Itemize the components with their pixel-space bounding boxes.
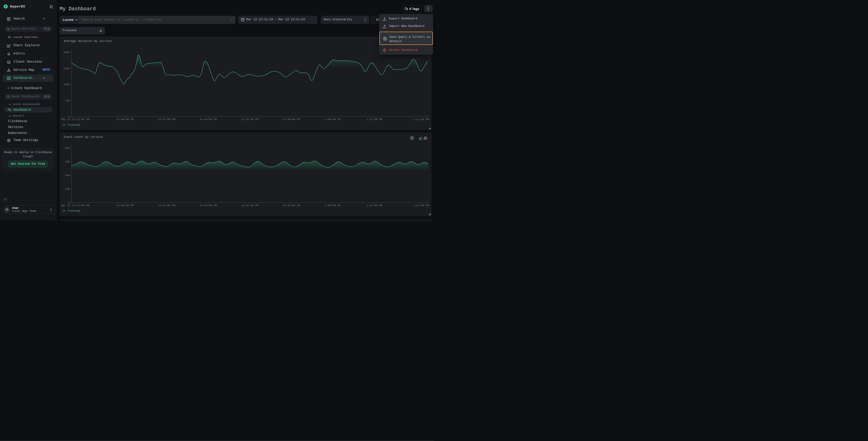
svg-text:12:58:00 PM: 12:58:00 PM [283, 118, 300, 121]
svg-text:1:12:00 PM: 1:12:00 PM [366, 118, 382, 121]
svg-text:12:51:00 PM: 12:51:00 PM [241, 118, 258, 121]
svg-text:12:51:00 PM: 12:51:00 PM [241, 204, 258, 207]
svg-text:12:58:00 PM: 12:58:00 PM [283, 204, 300, 207]
svg-text:1:21:00 PM: 1:21:00 PM [413, 204, 429, 207]
svg-text:12:37:00 PM: 12:37:00 PM [158, 204, 175, 207]
svg-text:140K: 140K [63, 83, 70, 86]
svg-text:1:05:00 PM: 1:05:00 PM [325, 204, 341, 207]
svg-text:1:12:00 PM: 1:12:00 PM [366, 204, 382, 207]
svg-text:600: 600 [65, 146, 70, 149]
svg-text:frontend: frontend [68, 209, 80, 212]
svg-text:70K: 70K [65, 99, 70, 102]
svg-text:1:05:00 PM: 1:05:00 PM [325, 118, 341, 121]
svg-text:280K: 280K [63, 51, 70, 54]
svg-text:150: 150 [65, 187, 70, 190]
svg-text:Mar 12 12:21:00 PM: Mar 12 12:21:00 PM [61, 204, 89, 207]
svg-text:1: 1 [242, 19, 243, 21]
svg-text:300: 300 [65, 174, 70, 177]
svg-text:1:21:00 PM: 1:21:00 PM [413, 118, 429, 121]
svg-text:450: 450 [65, 160, 70, 163]
svg-text:12:30:00 PM: 12:30:00 PM [116, 118, 134, 121]
svg-text:frontend: frontend [68, 123, 80, 126]
svg-text:12:37:00 PM: 12:37:00 PM [158, 118, 175, 121]
svg-text:12:30:00 PM: 12:30:00 PM [116, 204, 134, 207]
svg-text:Mar 12 12:21:00 PM: Mar 12 12:21:00 PM [61, 118, 89, 121]
svg-text:210K: 210K [63, 67, 70, 70]
svg-text:12:44:00 PM: 12:44:00 PM [200, 118, 217, 121]
svg-text:12:44:00 PM: 12:44:00 PM [200, 204, 217, 207]
